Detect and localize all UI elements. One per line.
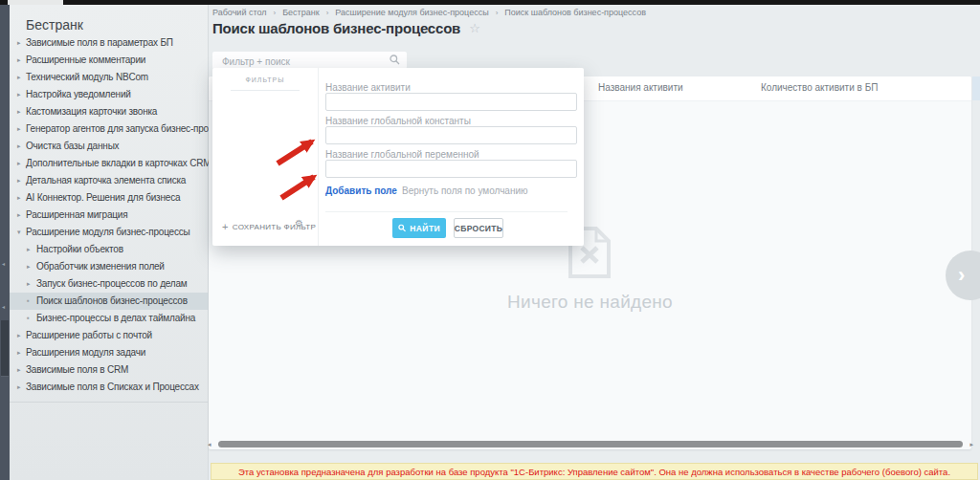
scroll-left-icon[interactable]: ◂: [208, 440, 212, 448]
chevron-right-icon: [17, 172, 20, 189]
find-button[interactable]: НАЙТИ: [392, 218, 446, 238]
reset-button[interactable]: СБРОСИТЬ: [454, 218, 503, 238]
sidebar-item-expanded[interactable]: Расширение модуля бизнес-процессы: [10, 224, 209, 241]
breadcrumb-separator-icon: ›: [326, 9, 329, 17]
chevron-right-icon: [17, 120, 20, 138]
breadcrumb: Рабочий стол › Бестранк › Расширение мод…: [212, 8, 646, 17]
chevron-down-icon: [17, 224, 20, 241]
chevron-right-icon: [17, 189, 20, 207]
sidebar-item-current[interactable]: Поиск шаблонов бизнес-процессов: [10, 293, 209, 310]
chevron-right-icon: [17, 69, 20, 86]
rail-panel-stub: [1, 320, 9, 377]
activity-name-field[interactable]: [325, 93, 577, 111]
popup-divider: [325, 211, 568, 212]
app-root: ◂ ◂ Бестранк Зависимые поля в параметрах…: [0, 0, 980, 480]
filters-panel-rule: [231, 90, 300, 91]
sidebar-item[interactable]: Зависимые поля в Списках и Процессах: [10, 379, 209, 396]
chevron-right-icon: [17, 86, 20, 103]
h-scrollbar: ◂ ▸: [211, 440, 970, 448]
search-icon: [398, 224, 406, 232]
chevron-right-icon: [17, 327, 20, 344]
sidebar-item[interactable]: Обработчик изменения полей: [10, 258, 209, 275]
page-title: Поиск шаблонов бизнес-процессов: [212, 20, 460, 36]
sidebar-item[interactable]: Расширения модуля задачи: [10, 344, 209, 361]
filter-popup: ФИЛЬТРЫ +СОХРАНИТЬ ФИЛЬТР ⚙ Название акт…: [212, 68, 584, 246]
grid-column-header[interactable]: Названия активити: [598, 82, 683, 93]
restore-defaults-link[interactable]: Вернуть поля по умолчанию: [402, 185, 528, 196]
empty-state-message: Ничего не найдено: [209, 292, 971, 313]
search-icon: [390, 55, 400, 65]
bullet-icon: [27, 293, 30, 310]
breadcrumb-separator-icon: ›: [496, 9, 499, 17]
scrollbar-thumb[interactable]: [218, 441, 963, 447]
filter-search-bar: [212, 52, 407, 69]
chevron-right-icon: [17, 52, 20, 69]
chevron-right-icon: [17, 207, 20, 224]
add-field-link[interactable]: Добавить поле: [325, 185, 397, 196]
chevron-right-icon: [27, 241, 30, 258]
sidebar-item[interactable]: Технический модуль NBCom: [10, 69, 209, 86]
chevron-right-icon: [17, 138, 20, 155]
rail-marker-icon: ◂: [2, 261, 5, 267]
global-variable-name-field[interactable]: [325, 160, 577, 178]
sidebar-item[interactable]: Расширение работы с почтой: [10, 327, 209, 344]
field-label: Название глобальной переменной: [325, 149, 479, 160]
chevron-right-icon: [17, 103, 20, 120]
scroll-right-icon[interactable]: ▸: [969, 440, 973, 448]
sidebar-item[interactable]: Зависимые поля в CRM: [10, 361, 209, 379]
chevron-right-icon: [17, 344, 20, 361]
field-label: Название активити: [325, 82, 411, 93]
sidebar-item[interactable]: Настройка уведомлений: [10, 86, 209, 103]
grid-column-header[interactable]: Количество активити в БП: [761, 82, 878, 93]
breadcrumb-item[interactable]: Расширение модуля бизнес-процессы: [335, 8, 488, 17]
chevron-right-icon: [17, 34, 20, 52]
breadcrumb-separator-icon: ›: [274, 9, 277, 17]
sidebar-item[interactable]: Зависимые поля в параметрах БП: [10, 34, 209, 52]
sidebar-item[interactable]: Детальная карточка элемента списка: [10, 172, 209, 189]
breadcrumb-item[interactable]: Бестранк: [282, 8, 319, 17]
chevron-right-icon: [27, 275, 30, 293]
sidebar-item[interactable]: Дополнительные вкладки в карточках CRM: [10, 155, 209, 172]
sidebar-item[interactable]: Кастомизация карточки звонка: [10, 103, 209, 120]
global-constant-name-field[interactable]: [325, 126, 577, 144]
bullet-icon: [27, 310, 30, 327]
breadcrumb-item-current: Поиск шаблонов бизнес-процессов: [504, 8, 646, 17]
breadcrumb-item[interactable]: Рабочий стол: [212, 8, 267, 17]
chevron-right-icon: [17, 361, 20, 379]
chevron-right-icon: ›: [958, 263, 965, 288]
sidebar: Бестранк Зависимые поля в параметрах БП …: [10, 5, 209, 480]
sidebar-item[interactable]: Бизнес-процессы в делах таймлайна: [10, 310, 209, 327]
filters-panel-title: ФИЛЬТРЫ: [212, 76, 318, 83]
chevron-right-icon: [17, 155, 20, 172]
field-label: Название глобальной константы: [325, 116, 471, 126]
side-rail: ◂ ◂: [0, 5, 10, 480]
filter-popup-sidebar: ФИЛЬТРЫ +СОХРАНИТЬ ФИЛЬТР ⚙: [212, 68, 319, 246]
rail-marker-icon: ◂: [2, 304, 5, 310]
sidebar-item[interactable]: Расширенные комментарии: [10, 52, 209, 69]
sidebar-title: Бестранк: [26, 17, 83, 33]
chevron-right-icon: [27, 258, 30, 275]
warning-text: Эта установка предназначена для разработ…: [238, 467, 950, 477]
gear-icon[interactable]: ⚙: [295, 218, 303, 229]
sidebar-item[interactable]: Запуск бизнес-процессов по делам: [10, 275, 209, 293]
sidebar-item[interactable]: Генератор агентов для запуска бизнес-про…: [10, 120, 209, 138]
favorite-star-icon[interactable]: ☆: [469, 21, 480, 35]
plus-icon: +: [222, 221, 229, 232]
sidebar-item[interactable]: AI Коннектор. Решения для бизнеса: [10, 189, 209, 207]
warning-banner: Эта установка предназначена для разработ…: [211, 463, 978, 480]
sidebar-menu: Зависимые поля в параметрах БП Расширенн…: [10, 34, 209, 396]
sidebar-divider: [10, 402, 208, 403]
sidebar-item[interactable]: Очистка базы данных: [10, 138, 209, 155]
grid-header-edge: [972, 76, 980, 100]
sidebar-item[interactable]: Настройки объектов: [10, 241, 209, 258]
chevron-right-icon: [17, 379, 20, 396]
sidebar-item[interactable]: Расширенная миграция: [10, 207, 209, 224]
